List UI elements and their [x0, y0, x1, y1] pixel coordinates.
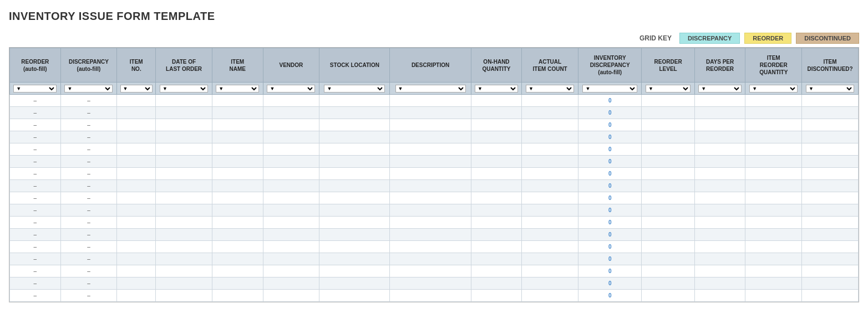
table-row: ––0	[10, 107, 859, 119]
filter-item-no[interactable]: ▼	[117, 83, 156, 95]
dash-reorder: –	[34, 122, 37, 128]
filter-actual[interactable]: ▼	[522, 83, 578, 95]
col-header-item-reorder: ITEMREORDERQUANTITY	[745, 48, 802, 83]
col-header-reorder: REORDER(auto-fill)	[10, 48, 61, 83]
dash-reorder: –	[34, 244, 37, 250]
key-reorder-badge: REORDER	[744, 33, 791, 44]
table-wrapper: REORDER(auto-fill) DISCREPANCY(auto-fill…	[9, 47, 859, 302]
col-header-onhand: ON-HANDQUANTITY	[471, 48, 522, 83]
table-row: ––0	[10, 156, 859, 168]
filter-row: ▼ ▼ ▼ ▼ ▼ ▼ ▼ ▼ ▼ ▼ ▼ ▼ ▼ ▼ ▼	[10, 83, 859, 95]
dash-reorder: –	[34, 268, 37, 274]
dash-discrepancy: –	[87, 183, 90, 189]
dash-reorder: –	[34, 219, 37, 225]
zero-val: 0	[608, 183, 612, 189]
zero-val: 0	[608, 256, 612, 262]
dash-reorder: –	[34, 183, 37, 189]
zero-val: 0	[608, 134, 612, 140]
dash-discrepancy: –	[87, 292, 90, 299]
table-row: ––0	[10, 277, 859, 290]
col-header-days: DAYS PERREORDER	[694, 48, 745, 83]
filter-onhand[interactable]: ▼	[471, 83, 522, 95]
col-header-stock: STOCK LOCATION	[319, 48, 390, 83]
dash-discrepancy: –	[87, 171, 90, 177]
filter-vendor[interactable]: ▼	[263, 83, 319, 95]
table-row: ––0	[10, 241, 859, 253]
filter-date[interactable]: ▼	[156, 83, 212, 95]
dash-discrepancy: –	[87, 146, 90, 152]
filter-description[interactable]: ▼	[390, 83, 471, 95]
zero-val: 0	[608, 268, 612, 274]
dash-discrepancy: –	[87, 195, 90, 201]
zero-val: 0	[608, 207, 612, 213]
zero-val: 0	[608, 232, 612, 238]
dash-reorder: –	[34, 207, 37, 213]
header-row: REORDER(auto-fill) DISCREPANCY(auto-fill…	[10, 48, 859, 83]
table-row: ––0	[10, 192, 859, 204]
dash-reorder: –	[34, 146, 37, 152]
filter-inv-disc[interactable]: ▼	[578, 83, 641, 95]
col-header-date: DATE OFLAST ORDER	[156, 48, 212, 83]
dash-reorder: –	[34, 280, 37, 286]
filter-item-reorder[interactable]: ▼	[745, 83, 802, 95]
filter-stock[interactable]: ▼	[319, 83, 390, 95]
page-title: INVENTORY ISSUE FORM TEMPLATE	[9, 10, 859, 23]
table-row: ––0	[10, 131, 859, 143]
dash-discrepancy: –	[87, 134, 90, 140]
dash-discrepancy: –	[87, 280, 90, 286]
dash-discrepancy: –	[87, 232, 90, 238]
col-header-item-name: ITEMNAME	[212, 48, 263, 83]
dash-discrepancy: –	[87, 219, 90, 225]
table-row: ––0	[10, 265, 859, 277]
table-body: ––0––0––0––0––0––0––0––0––0––0––0––0––0–…	[10, 95, 859, 302]
dash-reorder: –	[34, 110, 37, 116]
dash-reorder: –	[34, 158, 37, 164]
table-row: ––0	[10, 95, 859, 107]
zero-val: 0	[608, 244, 612, 250]
dash-discrepancy: –	[87, 110, 90, 116]
col-header-vendor: VENDOR	[263, 48, 319, 83]
zero-val: 0	[608, 110, 612, 116]
key-discontinued-badge: DISCONTINUED	[796, 33, 859, 44]
table-row: ––0	[10, 290, 859, 302]
filter-discontinued[interactable]: ▼	[802, 83, 859, 95]
dash-reorder: –	[34, 134, 37, 140]
key-discrepancy-badge: DISCREPANCY	[679, 33, 740, 44]
dash-reorder: –	[34, 256, 37, 262]
zero-val: 0	[608, 146, 612, 152]
dash-reorder: –	[34, 232, 37, 238]
table-row: ––0	[10, 229, 859, 241]
table-row: ––0	[10, 119, 859, 131]
filter-reorder[interactable]: ▼	[10, 83, 61, 95]
table-row: ––0	[10, 204, 859, 217]
col-header-reorder-lvl: REORDERLEVEL	[642, 48, 694, 83]
zero-val: 0	[608, 292, 612, 299]
filter-days[interactable]: ▼	[694, 83, 745, 95]
zero-val: 0	[608, 195, 612, 201]
dash-discrepancy: –	[87, 268, 90, 274]
filter-reorder-lvl[interactable]: ▼	[642, 83, 694, 95]
table-row: ––0	[10, 168, 859, 180]
filter-discrepancy[interactable]: ▼	[60, 83, 117, 95]
col-header-discrepancy: DISCREPANCY(auto-fill)	[60, 48, 117, 83]
dash-discrepancy: –	[87, 256, 90, 262]
zero-val: 0	[608, 122, 612, 128]
dash-reorder: –	[34, 171, 37, 177]
col-header-item-no: ITEMNO.	[117, 48, 156, 83]
table-row: ––0	[10, 217, 859, 229]
dash-discrepancy: –	[87, 207, 90, 213]
col-header-description: DESCRIPTION	[390, 48, 471, 83]
dash-reorder: –	[34, 292, 37, 299]
zero-val: 0	[608, 97, 612, 104]
inventory-table: REORDER(auto-fill) DISCREPANCY(auto-fill…	[9, 48, 859, 302]
table-row: ––0	[10, 180, 859, 192]
col-header-discontinued: ITEMDISCONTINUED?	[802, 48, 859, 83]
dash-discrepancy: –	[87, 97, 90, 104]
zero-val: 0	[608, 171, 612, 177]
table-row: ––0	[10, 253, 859, 265]
zero-val: 0	[608, 158, 612, 164]
dash-discrepancy: –	[87, 244, 90, 250]
filter-item-name[interactable]: ▼	[212, 83, 263, 95]
col-header-actual: ACTUALITEM COUNT	[522, 48, 578, 83]
dash-discrepancy: –	[87, 122, 90, 128]
